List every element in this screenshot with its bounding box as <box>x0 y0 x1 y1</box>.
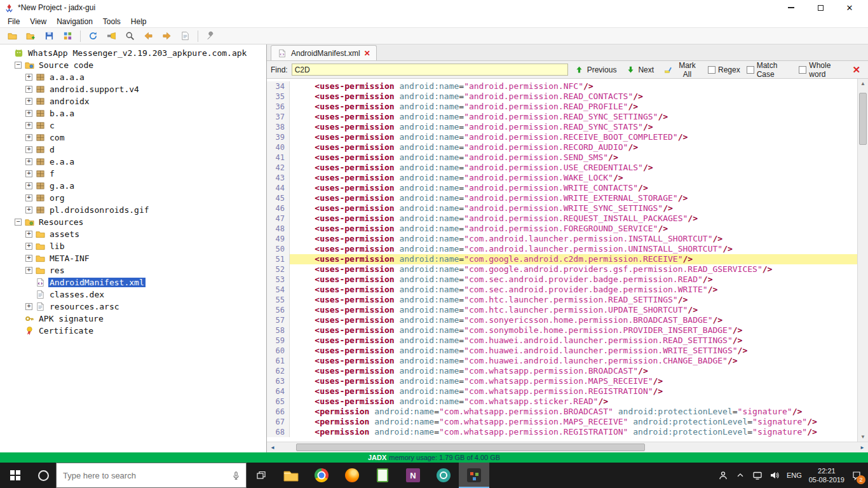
expand-toggle-icon[interactable]: + <box>25 267 32 274</box>
code-line-42[interactable]: 42 <uses-permission android:name="androi… <box>267 163 857 173</box>
search-input[interactable] <box>62 470 227 481</box>
menu-file[interactable]: File <box>3 16 25 27</box>
menu-help[interactable]: Help <box>126 16 152 27</box>
code-line-57[interactable]: 57 <uses-permission android:name="com.so… <box>267 315 857 325</box>
tree-item-c[interactable]: +c <box>0 119 266 132</box>
code-line-62[interactable]: 62 <uses-permission android:name="com.wh… <box>267 366 857 376</box>
code-line-58[interactable]: 58 <uses-permission android:name="com.so… <box>267 325 857 336</box>
scroll-left-icon[interactable]: ◄ <box>270 445 275 451</box>
code-line-52[interactable]: 52 <uses-permission android:name="com.go… <box>267 264 857 274</box>
code-line-51[interactable]: 51 <uses-permission android:name="com.go… <box>267 254 857 264</box>
task-view-button[interactable] <box>247 463 276 488</box>
code-line-61[interactable]: 61 <uses-permission android:name="com.hu… <box>267 356 857 366</box>
tree-item-lib[interactable]: +lib <box>0 240 266 252</box>
chevron-up-icon[interactable] <box>735 470 745 480</box>
preferences-button[interactable] <box>202 29 219 43</box>
code-line-41[interactable]: 41 <uses-permission android:name="androi… <box>267 152 857 163</box>
vertical-scrollbar[interactable]: ▲ ▼ <box>857 79 868 442</box>
code-line-49[interactable]: 49 <uses-permission android:name="com.an… <box>267 234 857 244</box>
tree-item-pl-droidsonroids-gif[interactable]: +pl.droidsonroids.gif <box>0 204 266 216</box>
expand-toggle-icon[interactable]: + <box>25 182 32 189</box>
tree-item-org[interactable]: +org <box>0 192 266 204</box>
code-line-56[interactable]: 56 <uses-permission android:name="com.ht… <box>267 305 857 315</box>
expand-toggle-icon[interactable]: + <box>25 122 32 129</box>
expand-toggle-icon[interactable]: + <box>25 255 32 262</box>
taskbar-app-jadx[interactable] <box>459 463 489 488</box>
collapse-toggle-icon[interactable]: − <box>15 219 22 226</box>
tree-item-source-code[interactable]: −Source code <box>0 59 266 71</box>
tree-item-certificate[interactable]: +Certificate <box>0 325 266 337</box>
find-previous-button[interactable]: Previous <box>572 64 620 76</box>
tree-item-resources[interactable]: −Resources <box>0 216 266 228</box>
deobfuscation-button[interactable] <box>103 29 120 43</box>
network-icon[interactable] <box>752 470 763 480</box>
taskbar-app-onenote[interactable] <box>398 463 428 488</box>
match-case-checkbox[interactable] <box>747 66 754 74</box>
taskbar-app-chrome[interactable] <box>306 463 337 488</box>
code-line-48[interactable]: 48 <uses-permission android:name="androi… <box>267 224 857 234</box>
code-line-43[interactable]: 43 <uses-permission android:name="androi… <box>267 173 857 183</box>
scroll-right-icon[interactable]: ► <box>860 445 865 451</box>
microphone-icon[interactable] <box>231 470 241 480</box>
tree-item-d[interactable]: +d <box>0 144 266 156</box>
taskbar-search[interactable] <box>56 463 247 488</box>
horizontal-scrollbar[interactable]: ◄ ► <box>267 442 868 452</box>
tree-item-assets[interactable]: +assets <box>0 228 266 240</box>
code-line-36[interactable]: 36 <uses-permission android:name="androi… <box>267 102 857 112</box>
open-file-button[interactable] <box>4 29 21 43</box>
tree-item-a-a-a-a[interactable]: +a.a.a.a <box>0 71 266 83</box>
code-line-40[interactable]: 40 <uses-permission android:name="androi… <box>267 142 857 152</box>
expand-toggle-icon[interactable]: + <box>25 98 32 105</box>
tree-item-g-a-a[interactable]: +g.a.a <box>0 180 266 192</box>
tree-item-apk-signature[interactable]: +APK signature <box>0 313 266 325</box>
code-line-45[interactable]: 45 <uses-permission android:name="androi… <box>267 193 857 203</box>
code-line-39[interactable]: 39 <uses-permission android:name="androi… <box>267 132 857 142</box>
code-line-35[interactable]: 35 <uses-permission android:name="androi… <box>267 92 857 102</box>
expand-toggle-icon[interactable]: + <box>25 194 32 201</box>
code-line-50[interactable]: 50 <uses-permission android:name="com.an… <box>267 244 857 254</box>
forward-button[interactable] <box>158 29 175 43</box>
code-line-47[interactable]: 47 <uses-permission android:name="androi… <box>267 214 857 224</box>
expand-toggle-icon[interactable]: + <box>25 134 32 141</box>
taskbar-app-file-explorer[interactable] <box>276 463 306 488</box>
language-indicator[interactable]: ENG <box>787 471 802 479</box>
code-line-63[interactable]: 63 <uses-permission android:name="com.wh… <box>267 376 857 386</box>
find-input[interactable] <box>292 64 568 76</box>
scroll-down-icon[interactable]: ▼ <box>860 434 865 440</box>
code-line-53[interactable]: 53 <uses-permission android:name="com.se… <box>267 274 857 285</box>
expand-toggle-icon[interactable]: + <box>25 146 32 153</box>
menu-view[interactable]: View <box>25 16 51 27</box>
code-line-59[interactable]: 59 <uses-permission android:name="com.hu… <box>267 336 857 346</box>
expand-toggle-icon[interactable]: + <box>25 158 32 165</box>
expand-toggle-icon[interactable]: + <box>25 170 32 177</box>
code-line-54[interactable]: 54 <uses-permission android:name="com.se… <box>267 285 857 295</box>
reload-button[interactable] <box>85 29 102 43</box>
expand-toggle-icon[interactable]: + <box>25 74 32 81</box>
close-button[interactable]: ✕ <box>835 0 864 15</box>
cortana-button[interactable] <box>31 463 56 488</box>
code-line-66[interactable]: 66 <permission android:name="com.whatsap… <box>267 407 857 417</box>
tree-item-whatsapp-messenger-v2-19-203-apkpure-com-apk[interactable]: +WhatsApp Messenger_v2.19.203_apkpure.co… <box>0 47 266 59</box>
code-line-68[interactable]: 68 <permission android:name="com.whatsap… <box>267 427 857 437</box>
tab-androidmanifest[interactable]: AndroidManifest.xml ✕ <box>271 45 377 60</box>
export-button[interactable] <box>59 29 76 43</box>
taskbar-app-firefox[interactable] <box>337 463 367 488</box>
scroll-up-icon[interactable]: ▲ <box>860 81 865 86</box>
maximize-button[interactable] <box>806 0 835 15</box>
tree-item-res[interactable]: +res <box>0 264 266 276</box>
code-line-46[interactable]: 46 <uses-permission android:name="androi… <box>267 203 857 214</box>
code-line-44[interactable]: 44 <uses-permission android:name="androi… <box>267 183 857 193</box>
tree-item-classes-dex[interactable]: +classes.dex <box>0 288 266 301</box>
volume-icon[interactable] <box>770 470 780 480</box>
start-button[interactable] <box>0 463 31 488</box>
code-line-55[interactable]: 55 <uses-permission android:name="com.ht… <box>267 295 857 305</box>
tree-item-android-support-v4[interactable]: +android.support.v4 <box>0 83 266 95</box>
expand-toggle-icon[interactable]: + <box>25 110 32 117</box>
regex-checkbox[interactable] <box>708 66 715 74</box>
code-line-37[interactable]: 37 <uses-permission android:name="androi… <box>267 112 857 122</box>
tree-item-androidmanifest-xml[interactable]: +AndroidManifest.xml <box>0 276 266 288</box>
code-line-64[interactable]: 64 <uses-permission android:name="com.wh… <box>267 386 857 396</box>
expand-toggle-icon[interactable]: + <box>25 303 32 310</box>
vertical-scroll-thumb[interactable] <box>859 93 867 145</box>
expand-toggle-icon[interactable]: + <box>25 231 32 238</box>
